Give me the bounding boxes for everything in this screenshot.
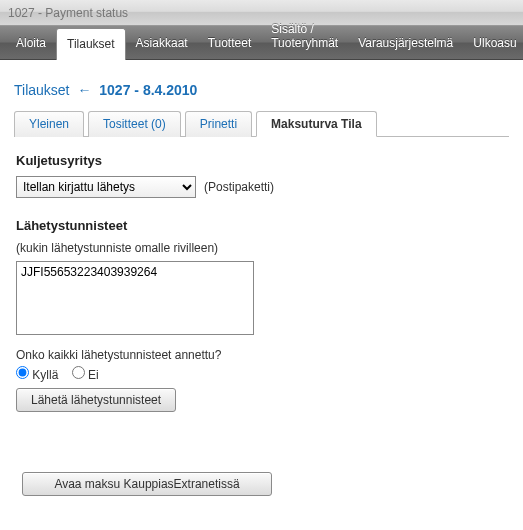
carrier-section: Kuljetusyritys Itellan kirjattu lähetys … (14, 137, 509, 214)
tracking-section: Lähetystunnisteet (kukin lähetystunniste… (14, 214, 509, 428)
radio-yes-text: Kyllä (32, 368, 58, 382)
tab-maksuturva-tila[interactable]: Maksuturva Tila (256, 111, 376, 137)
app-window: 1027 - Payment status Aloita Tilaukset A… (0, 0, 523, 530)
open-merchant-row: Avaa maksu KauppiasExtranetissä (22, 472, 272, 496)
menu-varausjarjestelma[interactable]: Varausjärjestelmä (348, 28, 463, 59)
tracking-subtext: (kukin lähetystunniste omalle rivilleen) (16, 241, 507, 255)
open-merchant-extranet-button[interactable]: Avaa maksu KauppiasExtranetissä (22, 472, 272, 496)
breadcrumb-arrow-icon: ← (77, 82, 91, 98)
submit-tracking-button[interactable]: Lähetä lähetystunnisteet (16, 388, 176, 412)
breadcrumb-root-link[interactable]: Tilaukset (14, 82, 70, 98)
tab-bar: Yleinen Tositteet (0) Prinetti Maksuturv… (14, 110, 509, 137)
radio-no-label[interactable]: Ei (72, 368, 99, 382)
tracking-textarea[interactable] (16, 261, 254, 335)
carrier-paren-label: (Postipaketti) (204, 180, 274, 194)
menu-aloita[interactable]: Aloita (6, 28, 56, 59)
breadcrumb: Tilaukset ← 1027 - 8.4.2010 (14, 82, 509, 98)
content-area: Tilaukset ← 1027 - 8.4.2010 Yleinen Tosi… (0, 60, 523, 530)
breadcrumb-current: 1027 - 8.4.2010 (99, 82, 197, 98)
menu-asiakkaat[interactable]: Asiakkaat (126, 28, 198, 59)
radio-no-text: Ei (88, 368, 99, 382)
menu-tuotteet[interactable]: Tuotteet (198, 28, 262, 59)
tab-tositteet[interactable]: Tositteet (0) (88, 111, 181, 137)
carrier-select[interactable]: Itellan kirjattu lähetys (16, 176, 196, 198)
radio-yes-label[interactable]: Kyllä (16, 368, 62, 382)
window-title: 1027 - Payment status (8, 6, 128, 20)
tracking-question-label: Onko kaikki lähetystunnisteet annettu? (16, 348, 507, 362)
tracking-question-row: Onko kaikki lähetystunnisteet annettu? K… (16, 348, 507, 382)
menu-tilaukset[interactable]: Tilaukset (56, 28, 126, 60)
menu-sisalto-tuoteryhmat[interactable]: Sisältö / Tuoteryhmät (261, 14, 348, 59)
tab-yleinen[interactable]: Yleinen (14, 111, 84, 137)
main-menubar: Aloita Tilaukset Asiakkaat Tuotteet Sisä… (0, 26, 523, 60)
tracking-heading: Lähetystunnisteet (16, 218, 507, 233)
tab-prinetti[interactable]: Prinetti (185, 111, 252, 137)
radio-no[interactable] (72, 366, 85, 379)
radio-yes[interactable] (16, 366, 29, 379)
carrier-heading: Kuljetusyritys (16, 153, 507, 168)
menu-ulkoasu[interactable]: Ulkoasu (463, 28, 523, 59)
